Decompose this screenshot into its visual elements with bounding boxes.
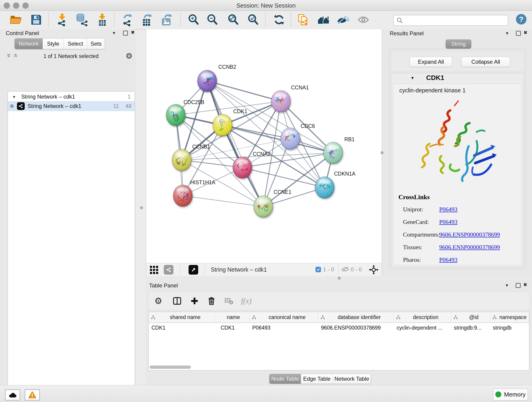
delete-column-button[interactable]: [205, 295, 218, 307]
tab-string[interactable]: String: [446, 39, 471, 49]
birds-eye-view-button[interactable]: [149, 265, 159, 275]
delete-table-button[interactable]: [222, 295, 235, 307]
table-cell[interactable]: CDK1: [215, 325, 249, 331]
zoom-in-button[interactable]: [186, 12, 201, 27]
crosslink-value-link[interactable]: P06493: [439, 219, 457, 225]
tab-select[interactable]: Select: [64, 38, 87, 49]
table-cell[interactable]: cyclin-dependent ...: [394, 325, 451, 331]
search-field[interactable]: [393, 15, 508, 26]
panel-close-icon[interactable]: ✖: [524, 30, 527, 35]
save-session-button[interactable]: [29, 12, 43, 27]
panel-float-icon[interactable]: [516, 31, 521, 36]
network-node-ccne1[interactable]: CCNE1: [254, 189, 291, 217]
expand-all-icon[interactable]: «: [14, 54, 18, 57]
tab-node-table[interactable]: Node Table: [269, 374, 301, 384]
column-header-name[interactable]: name: [215, 312, 249, 322]
panel-close-icon[interactable]: ✖: [131, 30, 135, 35]
network-row-selected[interactable]: String Network – cdk1 11 48: [8, 101, 135, 111]
network-node-rb1[interactable]: RB1: [323, 136, 355, 164]
show-columns-button[interactable]: [171, 295, 184, 307]
tab-edge-table[interactable]: Edge Table: [301, 374, 333, 384]
show-hidden-button[interactable]: [356, 12, 370, 27]
network-edge[interactable]: [183, 196, 263, 206]
tab-network[interactable]: Network: [15, 38, 43, 49]
open-external-button[interactable]: [189, 265, 198, 274]
vertical-divider-handle[interactable]: [380, 151, 384, 154]
warnings-button[interactable]: [25, 389, 40, 400]
horizontal-divider-handle[interactable]: [338, 277, 341, 280]
network-node-cdc25b[interactable]: CDC25B: [166, 99, 204, 126]
memory-button[interactable]: Memory: [493, 389, 528, 400]
fit-content-button[interactable]: [369, 265, 379, 275]
export-table-button[interactable]: [140, 12, 154, 27]
column-header--id[interactable]: @id: [451, 312, 490, 322]
network-node-ccna2[interactable]: CCNA2: [233, 151, 271, 178]
crosslink-value-link[interactable]: 9606.ENSP00000378699: [439, 231, 500, 238]
network-node-hist1h1a[interactable]: HIST1H1A: [173, 179, 215, 206]
tab-style[interactable]: Style: [43, 38, 64, 49]
import-table-button[interactable]: [95, 12, 109, 27]
network-edge[interactable]: [207, 81, 263, 206]
column-header-shared-name[interactable]: shared name: [149, 312, 215, 322]
expand-all-button[interactable]: Expand All: [410, 57, 452, 67]
table-cell[interactable]: CDK1: [149, 325, 215, 331]
crosslink-value-link[interactable]: 9606.ENSP00000378699: [439, 244, 500, 251]
help-button[interactable]: ?: [516, 14, 526, 25]
cloud-button[interactable]: [5, 389, 20, 400]
panel-float-icon[interactable]: [516, 283, 520, 288]
table-cell[interactable]: stringdb: [490, 325, 530, 331]
zoom-selected-button[interactable]: [246, 12, 260, 27]
table-cell[interactable]: stringdb:9...: [451, 325, 490, 331]
table-cell[interactable]: P06493: [249, 325, 318, 331]
column-header-namespace[interactable]: namespace: [490, 312, 530, 322]
collapse-all-button[interactable]: Collapse All: [462, 57, 510, 67]
panel-menu-icon[interactable]: ▼: [505, 283, 509, 288]
tab-sets[interactable]: Sets: [87, 38, 105, 49]
open-session-button[interactable]: [9, 12, 23, 27]
panel-float-icon[interactable]: [123, 31, 128, 36]
memory-label: Memory: [504, 391, 526, 398]
gear-icon[interactable]: ⚙: [126, 51, 133, 61]
hidden-counts: 0 - 0: [351, 266, 362, 273]
network-graph[interactable]: CCNB2CCNA1CDC25BCDK1CDC6RB1CCNB1CCNA2CDK…: [146, 29, 382, 263]
table-settings-button[interactable]: ⚙: [152, 295, 165, 307]
export-network-button[interactable]: [120, 12, 134, 27]
gene-expander-icon[interactable]: ▼: [411, 76, 414, 80]
tree-expander-icon[interactable]: ▼: [12, 95, 16, 99]
panel-divider-handle[interactable]: [140, 206, 143, 209]
search-input[interactable]: [405, 16, 508, 25]
zoom-fit-button[interactable]: [226, 12, 240, 27]
create-column-button[interactable]: [188, 295, 201, 307]
export-image-button[interactable]: [159, 12, 174, 27]
network-collection-row[interactable]: ▼ String Network – cdk1 1: [8, 92, 135, 101]
collapse-all-icon[interactable]: «: [6, 54, 11, 57]
table-cell[interactable]: 9606.ENSP00000378699: [318, 325, 394, 331]
import-network-button[interactable]: [55, 12, 69, 27]
apply-layout-button[interactable]: [272, 12, 286, 27]
hide-selected-button[interactable]: [336, 12, 350, 27]
selected-checkbox-icon[interactable]: [316, 267, 321, 272]
crosslink-value-link[interactable]: P06493: [439, 256, 457, 263]
panel-menu-icon[interactable]: ▼: [505, 31, 509, 36]
string-overview-button[interactable]: [164, 265, 173, 274]
function-builder-button[interactable]: f(x): [240, 295, 253, 307]
network-node-cdkn1a[interactable]: CDKN1A: [315, 171, 355, 198]
horizontal-scrollbar[interactable]: [150, 366, 528, 369]
column-header-description[interactable]: description: [394, 312, 451, 322]
copy-networks-button[interactable]: [296, 12, 310, 27]
scrollbar-thumb[interactable]: [150, 366, 191, 369]
hidden-eye-icon[interactable]: [341, 266, 350, 274]
column-header-database-identifier[interactable]: database identifier: [318, 312, 394, 322]
show-all-panels-button[interactable]: [317, 12, 331, 27]
import-network-from-database-button[interactable]: [75, 12, 89, 27]
network-canvas[interactable]: CCNB2CCNA1CDC25BCDK1CDC6RB1CCNB1CCNA2CDK…: [146, 29, 382, 263]
zoom-out-button[interactable]: [205, 12, 220, 27]
column-header-canonical-name[interactable]: canonical name: [249, 312, 318, 322]
table-row[interactable]: CDK1CDK1P064939606.ENSP00000378699cyclin…: [149, 323, 529, 332]
crosshair-icon: [369, 265, 379, 274]
crosslink-value-link[interactable]: P06493: [439, 206, 457, 213]
tab-network-table[interactable]: Network Table: [333, 374, 371, 384]
panel-close-icon[interactable]: ✖: [523, 282, 527, 287]
network-node-ccna1[interactable]: CCNA1: [271, 85, 309, 112]
panel-menu-icon[interactable]: ▼: [112, 31, 116, 36]
